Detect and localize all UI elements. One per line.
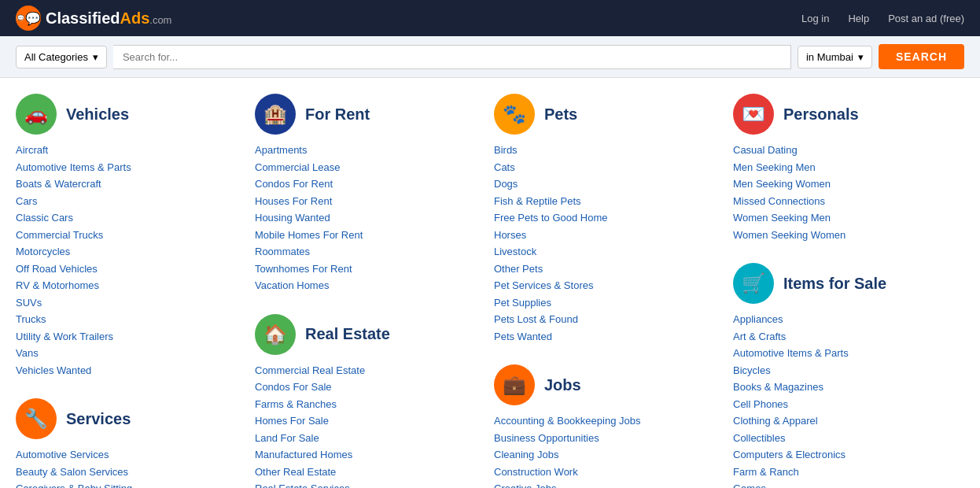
category-link[interactable]: Commercial Lease bbox=[255, 161, 340, 173]
category-link[interactable]: Commercial Trucks bbox=[16, 229, 103, 241]
category-link[interactable]: Commercial Real Estate bbox=[255, 364, 365, 376]
help-link[interactable]: Help bbox=[848, 13, 869, 24]
category-link[interactable]: Off Road Vehicles bbox=[16, 263, 98, 275]
list-item: Pets Wanted bbox=[494, 329, 725, 345]
category-link[interactable]: Classic Cars bbox=[16, 212, 73, 224]
category-section-pets: 🐾PetsBirdsCatsDogsFish & Reptile PetsFre… bbox=[494, 94, 725, 346]
category-link[interactable]: Caregivers & Baby Sitting bbox=[16, 482, 132, 488]
list-item: Beauty & Salon Services bbox=[16, 464, 247, 480]
category-link[interactable]: Cars bbox=[16, 195, 37, 207]
category-title-jobs: Jobs bbox=[544, 376, 581, 394]
category-link[interactable]: Vehicles Wanted bbox=[16, 364, 91, 376]
category-link[interactable]: Construction Work bbox=[494, 466, 578, 478]
search-input[interactable] bbox=[113, 45, 791, 69]
category-link[interactable]: Collectibles bbox=[733, 432, 785, 444]
category-link[interactable]: Utility & Work Trailers bbox=[16, 331, 113, 342]
list-item: Fish & Reptile Pets bbox=[494, 194, 725, 209]
category-link[interactable]: Housing Wanted bbox=[255, 212, 330, 224]
top-navigation: 💬 💬 ClassifiedAds.com Log in Help Post a… bbox=[0, 0, 980, 36]
category-link[interactable]: Pet Supplies bbox=[494, 297, 551, 309]
category-link[interactable]: Horses bbox=[494, 229, 526, 241]
category-link[interactable]: Homes For Sale bbox=[255, 415, 329, 427]
category-link[interactable]: Real Estate Services bbox=[255, 482, 350, 488]
category-column: 🚗VehiclesAircraftAutomotive Items & Part… bbox=[16, 94, 247, 488]
category-link[interactable]: Creative Jobs bbox=[494, 482, 556, 488]
category-link[interactable]: Clothing & Apparel bbox=[733, 415, 818, 427]
category-link[interactable]: Bicycles bbox=[733, 364, 771, 376]
category-link[interactable]: RV & Motorhomes bbox=[16, 279, 99, 291]
category-link[interactable]: Farms & Ranches bbox=[255, 398, 337, 410]
category-link[interactable]: Automotive Services bbox=[16, 449, 109, 460]
category-link[interactable]: Pet Services & Stores bbox=[494, 279, 593, 291]
category-link[interactable]: Vacation Homes bbox=[255, 279, 329, 291]
category-column: 🐾PetsBirdsCatsDogsFish & Reptile PetsFre… bbox=[494, 94, 725, 488]
category-label: All Categories bbox=[24, 51, 88, 63]
category-links-pets: BirdsCatsDogsFish & Reptile PetsFree Pet… bbox=[494, 142, 725, 344]
category-link[interactable]: Accounting & Bookkeeping Jobs bbox=[494, 415, 640, 427]
list-item: Homes For Sale bbox=[255, 413, 486, 429]
category-link[interactable]: Business Opportunities bbox=[494, 432, 599, 444]
list-item: Cats bbox=[494, 160, 725, 176]
category-link[interactable]: Cats bbox=[494, 161, 515, 173]
list-item: Creative Jobs bbox=[494, 481, 725, 488]
category-section-vehicles: 🚗VehiclesAircraftAutomotive Items & Part… bbox=[16, 94, 247, 379]
category-link[interactable]: Automotive Items & Parts bbox=[16, 161, 131, 173]
category-link[interactable]: Casual Dating bbox=[733, 144, 798, 156]
category-link[interactable]: Livestock bbox=[494, 246, 536, 257]
category-link[interactable]: Houses For Rent bbox=[255, 195, 332, 207]
category-icon-real-estate: 🏠 bbox=[255, 314, 296, 355]
category-link[interactable]: SUVs bbox=[16, 297, 42, 309]
category-link[interactable]: Men Seeking Men bbox=[733, 161, 816, 173]
category-link[interactable]: Computers & Electronics bbox=[733, 449, 846, 460]
category-link[interactable]: Aircraft bbox=[16, 144, 48, 156]
category-link[interactable]: Appliances bbox=[733, 313, 783, 325]
category-link[interactable]: Women Seeking Women bbox=[733, 229, 846, 241]
category-link[interactable]: Farm & Ranch bbox=[733, 466, 799, 478]
list-item: Appliances bbox=[733, 312, 964, 327]
search-button[interactable]: SEARCH bbox=[879, 44, 964, 69]
category-link[interactable]: Art & Crafts bbox=[733, 331, 786, 342]
category-header-items-for-sale: 🛒Items for Sale bbox=[733, 263, 964, 304]
list-item: Books & Magazines bbox=[733, 379, 964, 395]
category-icon-pets: 🐾 bbox=[494, 94, 535, 135]
category-link[interactable]: Manufactured Homes bbox=[255, 449, 352, 460]
category-link[interactable]: Roommates bbox=[255, 246, 310, 257]
location-dropdown[interactable]: in Mumbai ▾ bbox=[798, 46, 872, 68]
category-link[interactable]: Vans bbox=[16, 347, 39, 359]
category-link[interactable]: Mobile Homes For Rent bbox=[255, 229, 363, 241]
category-link[interactable]: Automotive Items & Parts bbox=[733, 347, 849, 359]
category-link[interactable]: Apartments bbox=[255, 144, 307, 156]
category-link[interactable]: Women Seeking Men bbox=[733, 212, 831, 224]
category-link[interactable]: Missed Connections bbox=[733, 195, 825, 207]
category-title-vehicles: Vehicles bbox=[66, 105, 129, 124]
category-link[interactable]: Motorcycles bbox=[16, 246, 70, 257]
category-link[interactable]: Condos For Rent bbox=[255, 178, 333, 190]
logo-icon: 💬 💬 bbox=[16, 6, 41, 31]
category-header-vehicles: 🚗Vehicles bbox=[16, 94, 247, 135]
category-icon-items-for-sale: 🛒 bbox=[733, 263, 774, 304]
category-link[interactable]: Pets Lost & Found bbox=[494, 313, 578, 325]
category-dropdown[interactable]: All Categories ▾ bbox=[16, 46, 107, 68]
post-ad-link[interactable]: Post an ad (free) bbox=[888, 13, 964, 24]
category-link[interactable]: Cell Phones bbox=[733, 398, 788, 410]
category-link[interactable]: Men Seeking Women bbox=[733, 178, 831, 190]
category-link[interactable]: Free Pets to Good Home bbox=[494, 212, 608, 224]
category-link[interactable]: Other Pets bbox=[494, 263, 543, 275]
category-link[interactable]: Pets Wanted bbox=[494, 331, 552, 342]
category-link[interactable]: Townhomes For Rent bbox=[255, 263, 352, 275]
category-link[interactable]: Fish & Reptile Pets bbox=[494, 195, 581, 207]
list-item: Business Opportunities bbox=[494, 431, 725, 446]
category-link[interactable]: Books & Magazines bbox=[733, 381, 823, 393]
category-link[interactable]: Beauty & Salon Services bbox=[16, 466, 128, 478]
category-link[interactable]: Condos For Sale bbox=[255, 381, 332, 393]
category-link[interactable]: Dogs bbox=[494, 178, 518, 190]
list-item: Clothing & Apparel bbox=[733, 413, 964, 429]
category-link[interactable]: Birds bbox=[494, 144, 518, 156]
category-link[interactable]: Trucks bbox=[16, 313, 46, 325]
category-link[interactable]: Land For Sale bbox=[255, 432, 319, 444]
category-link[interactable]: Boats & Watercraft bbox=[16, 178, 101, 190]
category-link[interactable]: Other Real Estate bbox=[255, 466, 336, 478]
category-link[interactable]: Games bbox=[733, 482, 766, 488]
category-link[interactable]: Cleaning Jobs bbox=[494, 449, 558, 460]
login-link[interactable]: Log in bbox=[801, 13, 829, 24]
